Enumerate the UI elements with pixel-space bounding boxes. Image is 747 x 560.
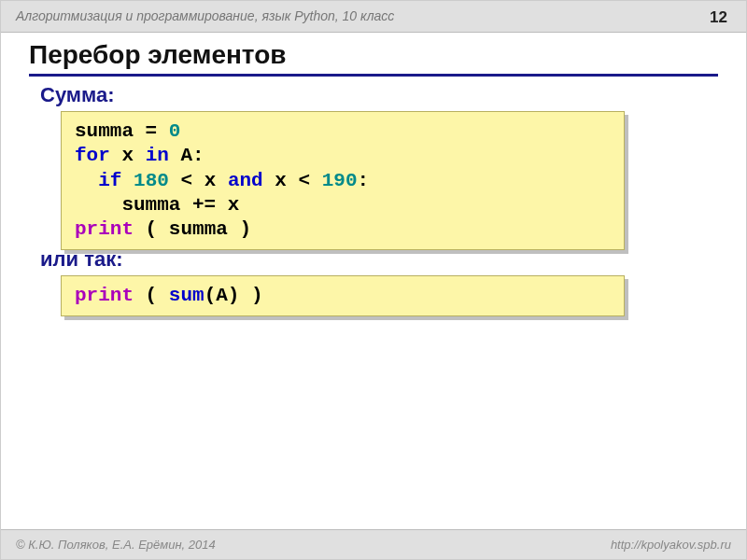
code-line: if 180 < x and x < 190: bbox=[75, 169, 611, 193]
code-line: print ( summa ) bbox=[75, 217, 611, 242]
subtitle-or: или так: bbox=[40, 247, 122, 272]
keyword-sum: sum bbox=[169, 285, 204, 306]
slide-title: Перебор элементов bbox=[29, 40, 718, 77]
code-text: A: bbox=[169, 145, 204, 166]
code-line: print ( sum(A) ) bbox=[75, 284, 611, 308]
keyword-and: and bbox=[228, 170, 263, 191]
course-label: Алгоритмизация и программирование, язык … bbox=[16, 8, 394, 23]
code-line: for x in A: bbox=[75, 144, 611, 168]
code-line: summa = 0 bbox=[75, 119, 611, 144]
keyword-if: if bbox=[98, 170, 121, 191]
code-text: summa = bbox=[75, 120, 169, 142]
code-line: summa += x bbox=[75, 193, 611, 217]
code-block-2: print ( sum(A) ) bbox=[61, 275, 625, 316]
keyword-for: for bbox=[75, 145, 110, 166]
footer-url: http://kpolyakov.spb.ru bbox=[611, 538, 731, 552]
code-indent bbox=[75, 170, 98, 191]
code-number: 180 bbox=[134, 170, 169, 191]
code-text: : bbox=[358, 170, 370, 191]
slide: Алгоритмизация и программирование, язык … bbox=[0, 0, 747, 560]
code-text bbox=[121, 170, 134, 191]
code-number: 0 bbox=[169, 120, 181, 142]
footer-copyright: © К.Ю. Поляков, Е.А. Ерёмин, 2014 bbox=[16, 538, 216, 552]
code-text: ( bbox=[134, 285, 169, 306]
page-number: 12 bbox=[710, 8, 727, 27]
code-number: 190 bbox=[322, 170, 358, 191]
subtitle-sum: Сумма: bbox=[40, 83, 115, 107]
keyword-in: in bbox=[146, 145, 169, 166]
keyword-print: print bbox=[75, 218, 134, 240]
code-text: x bbox=[110, 145, 146, 166]
code-text: (A) ) bbox=[204, 285, 263, 306]
code-text: < x bbox=[169, 170, 228, 191]
code-text: x < bbox=[263, 170, 322, 191]
code-block-1: summa = 0 for x in A: if 180 < x and x <… bbox=[61, 111, 625, 250]
keyword-print: print bbox=[75, 285, 134, 306]
code-text: ( summa ) bbox=[134, 218, 251, 240]
